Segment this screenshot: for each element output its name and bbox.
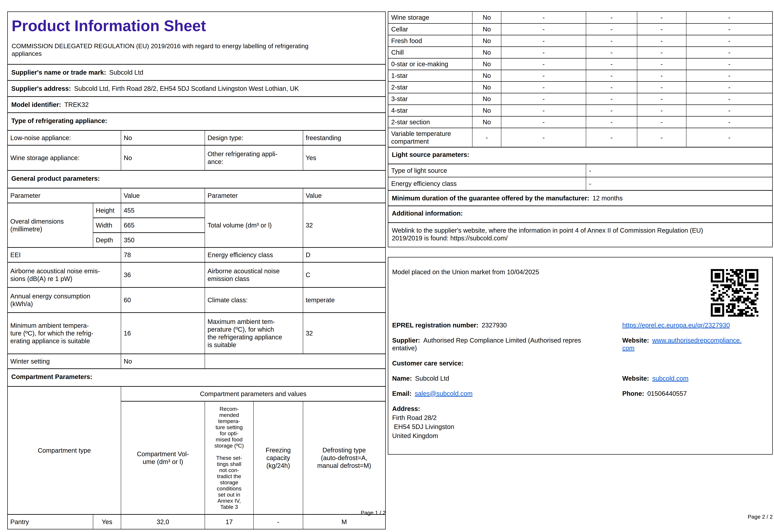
row-dash: - [637,116,686,128]
row-dash: - [637,70,686,81]
guarantee-label: Minimum duration of the guarantee offere… [392,195,589,202]
table-row: 2-starNo---- [388,81,772,93]
row-value: No [472,35,501,47]
care-website-link[interactable]: subcold.com [652,375,689,382]
row-dash: - [501,70,586,81]
climate-label: Climate class: [205,287,303,313]
supplier-name-row: Supplier's name or trade mark:Subcold Lt… [8,64,385,80]
noise-label: Airborne acoustical noise emis- sions (d… [8,262,121,287]
supplier-website-cell: Website:www.authorisedrepcompliance. com [622,336,768,352]
row-dash: - [686,12,772,23]
dim-height-value: 455 [121,203,205,218]
row-dash: - [586,81,637,93]
pantry-temp: 17 [205,514,253,529]
table-row: Winter setting No [8,354,385,368]
row-value: No [472,58,501,70]
winter-setting-label: Winter setting [8,354,121,368]
phone-value: 01506440557 [647,390,687,397]
row-dash: - [637,105,686,116]
supplier-address-value: Subcold Ltd, Firth Road 28/2, EH54 5DJ S… [74,85,299,92]
row-value: No [472,116,501,128]
row-dash: - [637,128,686,147]
light-type-value: - [586,164,772,177]
climate-value: temperate [303,287,385,313]
table-row: Wine storageNo---- [388,12,772,23]
pantry-present: Yes [93,514,121,529]
table-row: Wine storage appliance: No Other refrige… [8,145,385,170]
row-label: 2-star section [388,116,472,128]
max-ambient-value: 32 [303,313,385,354]
address-line: United Kingdom [392,432,622,440]
address-block: Address: Firth Road 28/2 EH54 5DJ Living… [392,405,622,440]
row-dash: - [586,116,637,128]
row-label: Chill [388,47,472,58]
annual-energy-value: 60 [121,287,205,313]
compartment-table: Compartment type Compartment parameters … [8,387,385,529]
dim-depth-value: 350 [121,233,205,247]
supplier-address-row: Supplier's address:Subcold Ltd, Firth Ro… [8,80,385,96]
row-dash: - [501,93,586,105]
row-dash: - [686,128,772,147]
row-dash: - [586,93,637,105]
supplier-row: Supplier:Authorised Rep Compliance Limit… [392,336,622,352]
winter-setting-value: No [121,354,205,368]
customer-care-heading: Customer care service: [392,359,622,367]
row-label: Fresh food [388,35,472,47]
dim-width-value: 665 [121,218,205,233]
row-dash: - [586,70,637,81]
guarantee-value: 12 months [593,195,623,202]
dim-height-label: Height [93,203,121,218]
light-table-wrap: Type of light source - Energy efficiency… [388,164,772,190]
row-dash: - [637,93,686,105]
table-row: Low-noise appliance: No Design type: fre… [8,131,385,145]
pantry-defrost: M [303,514,385,529]
row-dash: - [501,23,586,35]
compartment-volume-header: Compartment Vol- ume (dm³ or l) [121,401,205,514]
noise-value: 36 [121,262,205,287]
supplier-name-label: Supplier's name or trade mark: [11,69,106,76]
row-label: 2-star [388,81,472,93]
col-value-header: Value [303,188,385,203]
col-parameter-header: Parameter [205,188,303,203]
supplier-value: Authorised Rep Compliance Limited (Autho… [392,337,581,352]
row-dash: - [501,47,586,58]
email-link[interactable]: sales@subcold.com [415,390,473,397]
care-name-row: Name:Subcold Ltd [392,374,622,382]
eprel-registration-row: EPREL registration number:2327930 [392,321,622,329]
table-row: Annual energy consumption (kWh/a) 60 Cli… [8,287,385,313]
table-row: Variable temperature compartment----- [388,128,772,147]
table-row: Parameter Value Parameter Value [8,188,385,203]
type-heading: Type of refrigerating appliance: [8,112,385,130]
row-dash: - [637,58,686,70]
low-noise-value: No [121,131,205,145]
eprel-link[interactable]: https://eprel.ec.europa.eu/qr/2327930 [622,322,730,329]
row-label: Variable temperature compartment [388,128,472,147]
compartment-type-header: Compartment type [8,387,121,514]
table-row: Pantry Yes 32,0 17 - M [8,514,385,529]
pantry-freezing: - [253,514,303,529]
table-row: Compartment type Compartment parameters … [8,387,385,401]
general-parameters-heading: General product parameters: [8,170,385,188]
wine-storage-label: Wine storage appliance: [8,145,121,170]
address-line: EH54 5DJ Livingston [392,423,622,431]
qr-code [711,269,758,317]
row-value: - [472,128,501,147]
care-website-label: Website: [622,375,649,382]
other-appliance-value: Yes [303,145,385,170]
row-dash: - [501,116,586,128]
row-dash: - [637,35,686,47]
address-label: Address: [392,405,420,412]
row-dash: - [686,23,772,35]
recommended-temp-header: Recom- mended tempera- ture setting for … [205,401,253,514]
dimensions-label: Overal dimensions (millimetre) [8,203,93,247]
eprel-link-cell: https://eprel.ec.europa.eu/qr/2327930 [622,321,768,329]
row-value: No [472,23,501,35]
compartment-heading: Compartment Parameters: [8,368,385,386]
pantry-label: Pantry [8,514,93,529]
row-dash: - [686,70,772,81]
wine-storage-value: No [121,145,205,170]
other-appliance-label: Other refrigerating appli- ance: [205,145,303,170]
table-row: ChillNo---- [388,47,772,58]
table-row: Overal dimensions (millimetre) Height 45… [8,203,385,218]
light-class-value: - [586,177,772,190]
